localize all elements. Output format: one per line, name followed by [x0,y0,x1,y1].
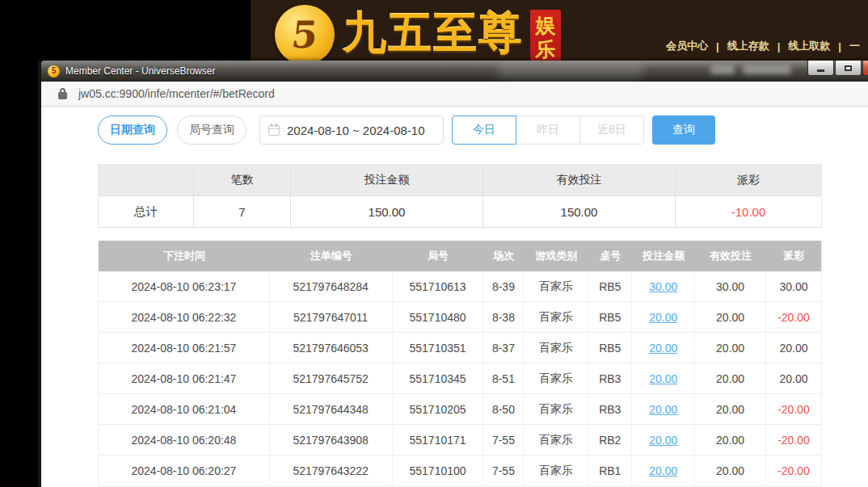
summary-header-blank [99,165,194,196]
nav-online-deposit[interactable]: 线上存款 [719,39,777,53]
bet-amount-link[interactable]: 30.00 [649,280,677,293]
banner-char: 娱 [536,14,556,37]
titlebar-glass-reflection [498,63,643,78]
round-cell: 551710100 [393,456,484,486]
table-row: 2024-08-10 06:21:47521797645752551710345… [99,363,821,394]
bet-amount-link[interactable]: 20.00 [649,342,677,355]
session-cell: 8-51 [483,363,524,394]
bet-table-body: 2024-08-10 06:23:17521797648284551710613… [99,271,821,486]
maximize-button[interactable] [835,61,862,76]
game-cell: 百家乐 [524,456,588,486]
valid-bet-cell: 20.00 [695,394,766,425]
date-range-input[interactable]: 2024-08-10 ~ 2024-08-10 [259,115,444,145]
blurred-user-info [743,65,791,74]
table-row: 2024-08-10 06:20:27521797643222551710100… [99,456,821,486]
session-cell: 7-55 [483,456,524,486]
session-cell: 8-37 [483,333,524,363]
summary-total-row: 总计 7 150.00 150.00 -10.00 [99,196,821,228]
summary-count-value: 7 [194,196,291,228]
address-bar[interactable]: jw05.cc:9900/infe/mcenter/#/betRecord [41,82,868,107]
game-cell: 百家乐 [524,363,588,394]
bet-amount-link[interactable]: 20.00 [649,311,677,324]
round-cell: 551710480 [393,302,484,333]
summary-total-label: 总计 [99,196,194,228]
table-row: 2024-08-10 06:22:32521797647011551710480… [99,302,821,333]
summary-header-row: 笔数 投注金额 有效投注 派彩 [99,165,821,196]
nav-trailing-partial[interactable]: 一 [841,39,868,53]
valid-bet-cell: 20.00 [695,425,766,456]
header-session: 场次 [483,241,524,271]
table-no-cell: RB1 [588,456,632,486]
window-titlebar[interactable]: 5 Member Center - UniverseBrowser ✕ [41,61,868,82]
header-valid-bet: 有效投注 [695,241,766,271]
filter-row: 日期查询 局号查询 2024-08-10 ~ 2024-08-10 今日 昨日 … [98,115,822,145]
bet-id-cell: 521797643222 [270,456,393,486]
browser-window: 5 Member Center - UniverseBrowser ✕ jw05… [38,61,868,487]
bet-amount-link[interactable]: 20.00 [649,403,677,416]
table-no-cell: RB3 [588,363,632,394]
session-cell: 8-50 [483,394,524,425]
nav-member-center[interactable]: 会员中心 [658,39,716,53]
summary-bet-amount-value: 150.00 [291,196,483,228]
table-row: 2024-08-10 06:20:48521797643908551710171… [99,425,821,456]
calendar-icon [268,125,280,136]
close-button[interactable]: ✕ [862,61,868,76]
session-cell: 8-39 [483,271,524,302]
payout-cell: 20.00 [766,363,821,394]
bet-time-cell: 2024-08-10 06:21:04 [99,394,270,425]
summary-header-count: 笔数 [194,165,291,196]
bet-amount-link: 20.00 [632,456,695,486]
table-no-cell: RB5 [588,271,632,302]
game-cell: 百家乐 [524,394,588,425]
payout-cell: 20.00 [766,333,821,363]
game-cell: 百家乐 [524,425,588,456]
valid-bet-cell: 20.00 [695,456,766,486]
session-cell: 8-38 [483,302,524,333]
bet-amount-link[interactable]: 20.00 [649,372,677,385]
quick-last8days-button[interactable]: 近8日 [579,115,644,145]
round-cell: 551710345 [393,363,484,394]
payout-cell: -20.00 [766,425,821,456]
table-no-cell: RB5 [588,333,632,363]
url-text[interactable]: jw05.cc:9900/infe/mcenter/#/betRecord [78,87,275,100]
round-cell: 551710613 [393,271,484,302]
minimize-button[interactable] [807,61,834,76]
valid-bet-cell: 20.00 [695,302,766,333]
bet-time-cell: 2024-08-10 06:21:47 [99,363,270,394]
bet-amount-link[interactable]: 20.00 [649,464,677,477]
banner-char: 乐 [536,38,556,61]
round-query-tab[interactable]: 局号查询 [177,115,246,145]
logo-coin-icon: 5 [275,5,335,65]
bet-time-cell: 2024-08-10 06:23:17 [99,271,270,302]
header-bet-time: 下注时间 [99,241,270,271]
table-no-cell: RB2 [588,425,632,456]
bet-id-cell: 521797648284 [270,271,393,302]
window-title: Member Center - UniverseBrowser [65,65,215,77]
table-row: 2024-08-10 06:23:17521797648284551710613… [99,271,821,302]
search-button[interactable]: 查询 [652,115,715,145]
session-cell: 7-55 [483,425,524,456]
summary-valid-bet-value: 150.00 [483,196,676,228]
bet-amount-link[interactable]: 20.00 [649,434,677,447]
bet-id-cell: 521797644348 [270,394,393,425]
quick-yesterday-button[interactable]: 昨日 [516,115,580,145]
bet-time-cell: 2024-08-10 06:20:27 [99,456,270,486]
bet-amount-link: 20.00 [632,425,695,456]
summary-header-bet-amount: 投注金额 [291,165,483,196]
nav-online-withdraw[interactable]: 线上取款 [780,39,838,53]
window-favicon-icon: 5 [48,65,60,78]
quick-today-button[interactable]: 今日 [452,115,516,145]
bet-time-cell: 2024-08-10 06:20:48 [99,425,270,456]
valid-bet-cell: 30.00 [695,271,766,302]
game-cell: 百家乐 [524,333,588,363]
header-table-no: 桌号 [588,241,632,271]
summary-header-valid-bet: 有效投注 [483,165,676,196]
date-query-tab[interactable]: 日期查询 [98,115,167,145]
logo-title: 九五至尊 [343,11,524,55]
bet-amount-link: 20.00 [632,333,695,363]
table-no-cell: RB3 [588,394,632,425]
bet-id-cell: 521797647011 [270,302,393,333]
bet-time-cell: 2024-08-10 06:21:57 [99,333,270,363]
bet-record-table: 下注时间 注单编号 局号 场次 游戏类别 桌号 投注金额 有效投注 派彩 202… [98,241,822,486]
header-bet-id: 注单编号 [270,241,393,271]
